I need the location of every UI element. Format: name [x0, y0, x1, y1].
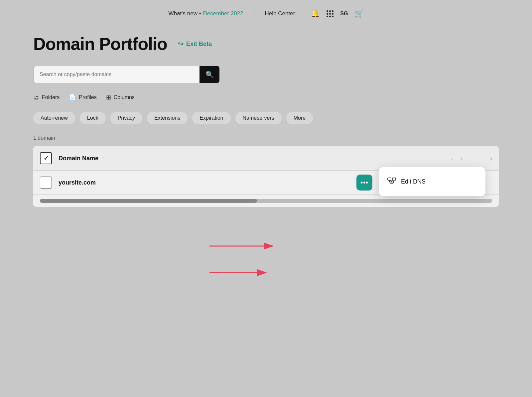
whats-new-link[interactable]: December 2022	[203, 10, 243, 17]
filter-lock[interactable]: Lock	[80, 112, 106, 124]
search-bar: 🔍	[33, 66, 219, 83]
arrow-annotations: ↓ ↓	[451, 155, 463, 162]
folders-label: Folders	[42, 94, 60, 100]
exit-beta-button[interactable]: ↪ Exit Beta	[178, 40, 212, 48]
svg-rect-1	[392, 178, 396, 180]
filter-expiration[interactable]: Expiration	[192, 112, 230, 124]
whats-new-label: What's new •	[169, 10, 201, 17]
filter-nameservers[interactable]: Nameservers	[235, 112, 282, 124]
domain-count: 1 domain	[33, 135, 499, 141]
search-icon: 🔍	[205, 70, 214, 78]
toolbar: 🗂 Folders 📄 Profiles ⊞ Columns	[33, 94, 499, 101]
edit-dns-label: Edit DNS	[401, 178, 426, 185]
main-content: Domain Portfolio ↪ Exit Beta 🔍 🗂 Folders…	[0, 27, 532, 227]
filter-auto-renew[interactable]: Auto-renew	[33, 112, 75, 124]
nav-divider	[254, 10, 254, 18]
profiles-button[interactable]: 📄 Profiles	[69, 94, 96, 101]
filter-privacy[interactable]: Privacy	[110, 112, 142, 124]
row-chevron-icon[interactable]: ›	[490, 155, 492, 162]
filter-extensions[interactable]: Extensions	[147, 112, 188, 124]
search-input[interactable]	[33, 66, 200, 83]
nav-icon-group: 🔔 SG 🛒	[311, 9, 363, 18]
edit-dns-item[interactable]: Edit DNS	[379, 170, 485, 193]
filter-more[interactable]: More	[286, 112, 313, 124]
page-title: Domain Portfolio	[33, 34, 167, 54]
user-avatar[interactable]: SG	[340, 11, 348, 17]
svg-rect-0	[388, 178, 391, 180]
folders-button[interactable]: 🗂 Folders	[33, 94, 60, 101]
popup-menu: Edit DNS	[379, 167, 485, 196]
more-dots-icon: •••	[360, 179, 368, 187]
domain-name-label: Domain Name	[59, 155, 98, 162]
apps-grid-icon[interactable]	[327, 10, 333, 17]
help-center-link[interactable]: Help Center	[265, 10, 295, 17]
folder-icon: 🗂	[33, 94, 39, 101]
columns-icon: ⊞	[106, 94, 111, 101]
profile-icon: 📄	[69, 94, 76, 101]
columns-button[interactable]: ⊞ Columns	[106, 94, 135, 101]
more-options-button[interactable]: •••	[356, 175, 372, 191]
exit-beta-icon: ↪	[178, 40, 184, 48]
page-header: Domain Portfolio ↪ Exit Beta	[33, 34, 499, 54]
arrow-down-left: ↓	[451, 155, 454, 162]
sort-asc-icon[interactable]: ↑	[102, 156, 104, 161]
columns-label: Columns	[114, 94, 135, 100]
scroll-thumb[interactable]	[40, 199, 257, 203]
check-icon: ✓	[44, 155, 49, 162]
domain-name-cell[interactable]: yoursite.com	[59, 179, 145, 186]
header-checkbox[interactable]: ✓	[40, 152, 52, 164]
arrow-down-right: ↓	[460, 155, 463, 162]
dns-icon	[387, 176, 396, 187]
search-button[interactable]: 🔍	[200, 66, 219, 83]
notification-icon[interactable]: 🔔	[311, 9, 320, 18]
domain-table: ✓ Domain Name ↑ ↓ ↓ › yoursite.com ••• —	[33, 146, 499, 207]
row-checkbox[interactable]	[40, 177, 52, 189]
col-domain-name-header: Domain Name ↑	[59, 155, 145, 162]
cart-icon[interactable]: 🛒	[354, 9, 363, 18]
table-row: yoursite.com ••• —	[33, 171, 499, 195]
filter-pills: Auto-renew Lock Privacy Extensions Expir…	[33, 112, 499, 124]
profiles-label: Profiles	[79, 94, 96, 100]
top-nav: What's new • December 2022 Help Center 🔔…	[0, 0, 532, 27]
horizontal-scrollbar[interactable]	[40, 199, 492, 203]
exit-beta-label: Exit Beta	[186, 41, 212, 48]
whats-new: What's new • December 2022	[169, 10, 243, 17]
